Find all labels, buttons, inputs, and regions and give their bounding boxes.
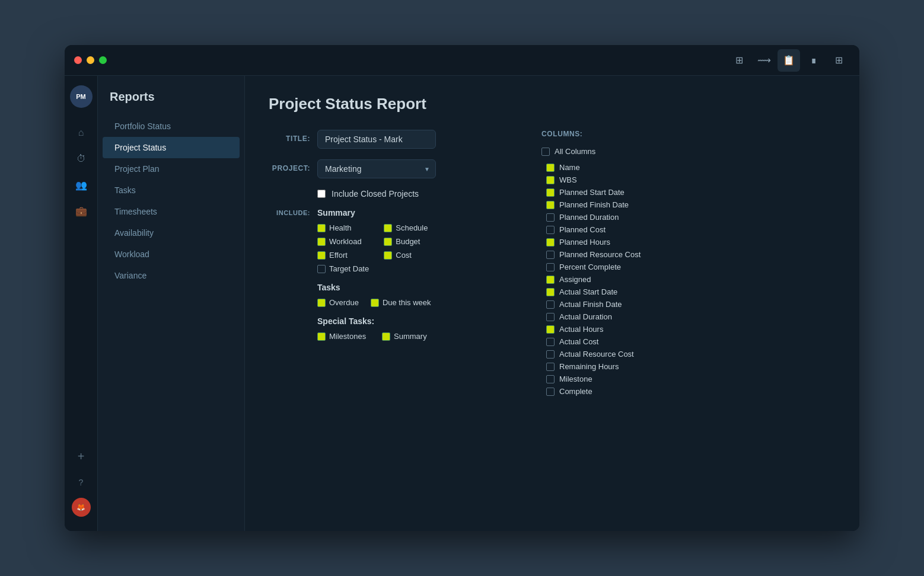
col-item-actual-hours: Actual Hours (546, 323, 836, 335)
search-list-icon[interactable]: ⊞ (728, 49, 750, 72)
all-columns-checkbox[interactable] (541, 148, 550, 156)
minimize-button[interactable] (87, 56, 94, 64)
col-actual-finish-label: Actual Finish Date (559, 300, 622, 309)
col-item-milestone: Milestone (546, 373, 836, 385)
workload-label: Workload (329, 237, 362, 246)
budget-label: Budget (396, 237, 420, 246)
sidebar-item-project-status[interactable]: Project Status (103, 137, 240, 158)
tasks-title: Tasks (317, 283, 431, 292)
health-label: Health (329, 223, 352, 232)
sidebar-item-tasks[interactable]: Tasks (103, 180, 240, 201)
project-select[interactable]: Marketing Development Design Sales (317, 159, 436, 178)
col-wbs-checkbox[interactable] (546, 176, 555, 184)
people-icon[interactable]: 👥 (71, 174, 92, 196)
col-item-planned-finish: Planned Finish Date (546, 199, 836, 211)
sidebar-item-project-plan[interactable]: Project Plan (103, 158, 240, 180)
col-name-label: Name (559, 163, 580, 172)
overdue-label: Overdue (329, 298, 359, 307)
sidebar-item-availability[interactable]: Availability (103, 222, 240, 244)
col-actual-resource-cost-checkbox[interactable] (546, 350, 555, 359)
sidebar-item-timesheets[interactable]: Timesheets (103, 201, 240, 222)
col-name-checkbox[interactable] (546, 164, 555, 172)
special-tasks-title: Special Tasks: (317, 316, 431, 326)
budget-checkbox[interactable] (384, 238, 392, 246)
form-layout: TITLE: PROJECT: Marketing Development De… (269, 130, 836, 398)
help-icon[interactable]: ? (71, 472, 92, 493)
schedule-checkbox[interactable] (384, 224, 392, 232)
link-icon[interactable]: ∎ (802, 49, 825, 72)
overdue-checkbox[interactable] (317, 299, 326, 307)
col-planned-finish-checkbox[interactable] (546, 201, 555, 209)
col-item-wbs: WBS (546, 174, 836, 186)
add-icon[interactable]: + (71, 446, 92, 467)
summary-checkbox[interactable] (382, 332, 390, 341)
summary-grid: Health Schedule Workload (317, 223, 431, 273)
clipboard-icon[interactable]: 📋 (778, 49, 800, 72)
summary-label: Summary (394, 332, 427, 341)
icon-sidebar: PM ⌂ ⏱ 👥 💼 + ? 🦊 (65, 76, 98, 531)
col-planned-finish-label: Planned Finish Date (559, 200, 629, 209)
col-actual-duration-label: Actual Duration (559, 312, 612, 321)
project-row: PROJECT: Marketing Development Design Sa… (269, 159, 506, 178)
home-icon[interactable]: ⌂ (71, 122, 92, 143)
include-closed-row: Include Closed Projects (317, 189, 506, 199)
clock-icon[interactable]: ⏱ (71, 148, 92, 169)
include-closed-checkbox[interactable] (317, 190, 326, 198)
col-item-complete: Complete (546, 385, 836, 398)
col-assigned-checkbox[interactable] (546, 276, 555, 284)
include-closed-label[interactable]: Include Closed Projects (332, 189, 419, 199)
col-complete-checkbox[interactable] (546, 388, 555, 396)
maximize-button[interactable] (99, 56, 107, 64)
col-actual-duration-checkbox[interactable] (546, 313, 555, 321)
health-checkbox[interactable] (317, 224, 326, 232)
avatar[interactable]: 🦊 (72, 498, 91, 517)
sidebar-item-variance[interactable]: Variance (103, 265, 240, 286)
cost-checkbox[interactable] (384, 251, 392, 260)
effort-checkbox[interactable] (317, 251, 326, 260)
tasks-grid: Overdue Due this week (317, 298, 431, 307)
effort-label: Effort (329, 251, 348, 260)
col-actual-start-checkbox[interactable] (546, 288, 555, 296)
special-tasks-grid: Milestones Summary (317, 332, 431, 341)
col-actual-finish-checkbox[interactable] (546, 300, 555, 309)
sidebar-item-portfolio-status[interactable]: Portfolio Status (103, 116, 240, 137)
workload-checkbox[interactable] (317, 238, 326, 246)
sidebar-item-workload[interactable]: Workload (103, 244, 240, 265)
page-title: Project Status Report (269, 95, 836, 113)
main-content: Project Status Report TITLE: PROJECT: (245, 76, 859, 531)
col-actual-cost-label: Actual Cost (559, 337, 598, 346)
check-item-budget: Budget (384, 237, 431, 246)
include-label: INCLUDE: (269, 208, 310, 216)
milestones-checkbox[interactable] (317, 332, 326, 341)
col-item-actual-start: Actual Start Date (546, 286, 836, 298)
col-actual-start-label: Actual Start Date (559, 287, 617, 296)
target-date-checkbox[interactable] (317, 265, 326, 273)
col-milestone-checkbox[interactable] (546, 375, 555, 383)
col-planned-resource-cost-checkbox[interactable] (546, 251, 555, 259)
due-this-week-label: Due this week (383, 298, 431, 307)
summary-section: Summary Health Schedule (317, 208, 431, 273)
col-planned-hours-checkbox[interactable] (546, 238, 555, 247)
col-actual-cost-checkbox[interactable] (546, 338, 555, 346)
due-this-week-checkbox[interactable] (371, 299, 379, 307)
briefcase-icon[interactable]: 💼 (71, 200, 92, 222)
project-label: PROJECT: (269, 159, 310, 172)
logo-button[interactable]: PM (70, 85, 93, 108)
close-button[interactable] (74, 56, 82, 64)
chart-icon[interactable]: ⟿ (753, 49, 775, 72)
col-remaining-hours-checkbox[interactable] (546, 363, 555, 371)
title-row: TITLE: (269, 130, 506, 149)
summary-title: Summary (317, 208, 431, 217)
col-actual-hours-checkbox[interactable] (546, 325, 555, 334)
form-right: COLUMNS: All Columns Name (541, 130, 836, 398)
col-planned-start-checkbox[interactable] (546, 188, 555, 197)
col-remaining-hours-label: Remaining Hours (559, 362, 619, 371)
col-planned-cost-checkbox[interactable] (546, 226, 555, 234)
project-select-wrap: Marketing Development Design Sales ▼ (317, 159, 436, 178)
include-content: Summary Health Schedule (317, 208, 431, 350)
check-item-health: Health (317, 223, 372, 232)
grid-icon[interactable]: ⊞ (827, 49, 850, 72)
title-input[interactable] (317, 130, 436, 149)
col-planned-duration-checkbox[interactable] (546, 213, 555, 222)
col-percent-complete-checkbox[interactable] (546, 263, 555, 271)
